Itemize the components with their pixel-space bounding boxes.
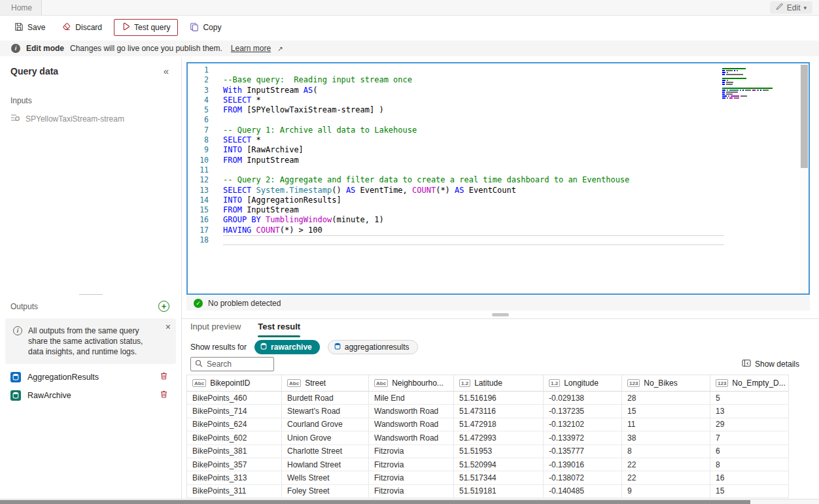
code-line[interactable]: 2--Base query: Reading input stream once	[188, 75, 731, 85]
table-cell[interactable]: Burdett Road	[282, 392, 369, 405]
table-cell[interactable]: 8	[710, 458, 789, 471]
table-cell[interactable]: Fitzrovia	[369, 485, 454, 498]
table-cell[interactable]: Fitzrovia	[369, 445, 454, 458]
table-cell[interactable]: -0.137235	[544, 405, 622, 418]
code-line[interactable]: 16GROUP BY TumblingWindow(minute, 1)	[188, 215, 731, 225]
code-line[interactable]: 11	[188, 165, 731, 175]
table-cell[interactable]: Wandsworth Road	[369, 405, 454, 418]
code-line[interactable]: 10FROM InputStream	[188, 156, 731, 165]
code-line[interactable]: 18	[188, 235, 731, 245]
add-output-button[interactable]: +	[158, 301, 169, 312]
column-header-no-empty-d-[interactable]: 123No_Empty_D...	[710, 375, 789, 392]
column-header-longitude[interactable]: 1.2Longitude	[544, 375, 622, 392]
scrollbar-thumb[interactable]	[0, 500, 750, 504]
table-cell[interactable]: BikePoints_624	[187, 418, 282, 431]
output-item[interactable]: RawArchive	[10, 390, 168, 401]
table-cell[interactable]: Charlotte Street	[282, 445, 369, 458]
table-cell[interactable]: 22	[622, 471, 710, 484]
table-cell[interactable]: Foley Street	[282, 485, 369, 498]
code-line[interactable]: 1	[188, 65, 731, 75]
table-cell[interactable]: 51.520994	[454, 458, 544, 471]
discard-button[interactable]: Discard	[57, 19, 107, 36]
table-cell[interactable]: 8	[622, 445, 710, 458]
code-line[interactable]: 14INTO [AggregationResults]	[188, 195, 731, 205]
table-cell[interactable]: Wandsworth Road	[369, 431, 454, 445]
code-line[interactable]: 5FROM [SPYellowTaxiStream-stream] )	[188, 105, 731, 115]
table-cell[interactable]: 9	[622, 485, 710, 498]
code-line[interactable]: 6	[188, 115, 731, 125]
search-field[interactable]	[207, 360, 270, 369]
test-query-button[interactable]: Test query	[114, 19, 178, 36]
delete-output-button[interactable]	[160, 390, 168, 401]
code-line[interactable]: 17HAVING COUNT(*) > 100	[188, 226, 731, 235]
table-cell[interactable]: Stewart's Road	[282, 405, 369, 418]
code-line[interactable]: 9INTO [RawArchive]	[188, 145, 731, 155]
table-cell[interactable]: -0.139016	[544, 458, 622, 471]
search-input[interactable]	[190, 357, 274, 371]
table-cell[interactable]: BikePoints_313	[187, 471, 282, 484]
column-header-street[interactable]: AbcStreet	[282, 375, 369, 392]
code-line[interactable]: 4SELECT *	[188, 95, 731, 105]
column-header-no-bikes[interactable]: 123No_Bikes	[622, 375, 710, 392]
editor-scrollbar[interactable]	[800, 63, 809, 294]
table-cell[interactable]: 51.51953	[454, 445, 544, 458]
table-cell[interactable]: Wandsworth Road	[369, 418, 454, 431]
table-cell[interactable]: BikePoints_714	[187, 405, 282, 418]
column-header-neighbourho-[interactable]: AbcNeighbourho...	[369, 375, 454, 392]
scrollbar-thumb[interactable]	[801, 65, 808, 168]
table-cell[interactable]: Wells Street	[282, 471, 369, 484]
table-cell[interactable]: 6	[710, 445, 789, 458]
horizontal-scrollbar[interactable]	[0, 499, 819, 504]
pill-aggregationresults[interactable]: aggregationresults	[328, 340, 418, 354]
close-icon[interactable]: ×	[166, 322, 171, 332]
code-line[interactable]: 7-- Query 1: Archive all data to Lakehou…	[188, 126, 731, 135]
output-item[interactable]: AggregationResults	[10, 371, 168, 382]
table-cell[interactable]: 51.516196	[454, 392, 544, 405]
table-cell[interactable]: BikePoints_357	[187, 458, 282, 471]
table-cell[interactable]: 16	[710, 471, 789, 484]
code-line[interactable]: 12-- Query 2: Aggregate and filter data …	[188, 175, 731, 185]
table-cell[interactable]: Fitzrovia	[369, 458, 454, 471]
table-cell[interactable]: Union Grove	[282, 431, 369, 445]
column-header-bikepointid[interactable]: AbcBikepointID	[187, 375, 282, 392]
table-cell[interactable]: 13	[710, 405, 789, 418]
table-cell[interactable]: 51.517344	[454, 471, 544, 484]
table-cell[interactable]: -0.029138	[544, 392, 622, 405]
table-cell[interactable]: 15	[622, 405, 710, 418]
copy-button[interactable]: Copy	[184, 19, 226, 36]
tab-input-preview[interactable]: Input preview	[190, 322, 241, 337]
table-cell[interactable]: 15	[710, 485, 789, 498]
table-cell[interactable]: 51.519181	[454, 485, 544, 498]
splitter-grip[interactable]	[492, 313, 509, 316]
code-line[interactable]: 15FROM InputStream	[188, 205, 731, 215]
table-cell[interactable]: Courland Grove	[282, 418, 369, 431]
code-line[interactable]: 8SELECT *	[188, 135, 731, 145]
table-cell[interactable]: -0.138072	[544, 471, 622, 484]
table-cell[interactable]: 5	[710, 392, 789, 405]
table-cell[interactable]: Mile End	[369, 392, 454, 405]
pill-rawarchive[interactable]: rawarchive	[254, 340, 320, 354]
save-button[interactable]: Save	[9, 19, 50, 36]
show-details-button[interactable]: Show details	[742, 360, 799, 369]
code-line[interactable]: 3With InputStream AS(	[188, 86, 731, 95]
tab-test-result[interactable]: Test result	[258, 322, 300, 337]
collapse-panel-button[interactable]: «	[164, 65, 169, 76]
table-cell[interactable]: Fitzrovia	[369, 471, 454, 484]
table-cell[interactable]: 7	[710, 431, 789, 445]
table-cell[interactable]: 51.472993	[454, 431, 544, 445]
table-cell[interactable]: 51.473116	[454, 405, 544, 418]
delete-output-button[interactable]	[160, 371, 168, 382]
table-cell[interactable]: 51.472918	[454, 418, 544, 431]
table-cell[interactable]: -0.140485	[544, 485, 622, 498]
panel-resize-grip[interactable]	[79, 294, 103, 295]
table-cell[interactable]: BikePoints_311	[187, 485, 282, 498]
input-item[interactable]: SPYellowTaxiStream-stream	[10, 113, 181, 124]
table-cell[interactable]: BikePoints_460	[187, 392, 282, 405]
edit-dropdown-button[interactable]: Edit ▾	[770, 1, 812, 14]
table-cell[interactable]: BikePoints_602	[187, 431, 282, 445]
table-cell[interactable]: -0.135777	[544, 445, 622, 458]
learn-more-link[interactable]: Learn more	[231, 44, 271, 53]
panel-splitter[interactable]	[182, 312, 819, 318]
code-line[interactable]: 13SELECT System.Timestamp() AS EventTime…	[188, 186, 731, 195]
table-cell[interactable]: Howland Street	[282, 458, 369, 471]
